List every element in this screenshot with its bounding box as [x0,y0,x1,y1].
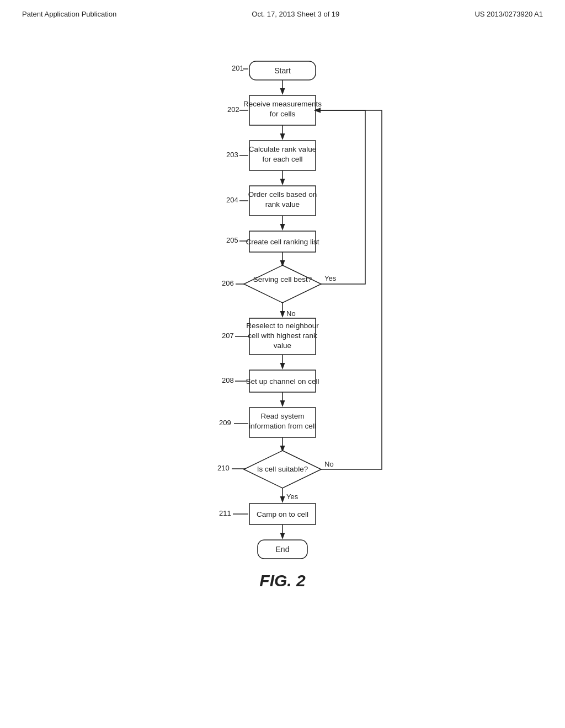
text-202-2: for cells [270,110,296,118]
label-no-210: No [324,460,334,468]
header-left: Patent Application Publication [22,10,116,18]
diagram-container: 201 Start 202 Receive measurements for c… [0,24,565,691]
label-201: 201 [232,64,244,72]
text-206-1: Serving cell best? [253,275,312,283]
arrow-no-210 [316,110,382,469]
label-yes-206: Yes [324,274,337,282]
label-yes-210: Yes [286,493,299,501]
diamond-206 [244,265,321,303]
text-205: Create cell ranking list [246,238,319,246]
text-203-1: Calculate rank value [249,145,316,153]
label-203: 203 [226,151,238,159]
figure-label: FIG. 2 [259,571,306,590]
text-209-1: Read system [261,412,305,420]
text-209-2: information from cell [249,422,316,430]
text-202-1: Receive measurements [243,100,322,108]
text-start: Start [274,66,291,75]
label-206: 206 [222,279,234,287]
text-204-2: rank value [265,200,300,208]
arrow-yes-206 [316,110,365,284]
label-207: 207 [222,331,234,340]
text-203-2: for each cell [263,155,303,163]
page-header: Patent Application Publication Oct. 17, … [0,0,565,24]
text-207-3: value [274,341,291,350]
label-202: 202 [227,105,239,114]
label-205: 205 [226,236,238,244]
label-204: 204 [226,196,238,204]
text-208: Set up channel on cell [246,377,319,386]
text-end: End [276,545,290,554]
text-207-1: Reselect to neighbour [246,322,319,330]
label-no-206: No [286,309,296,318]
header-right: US 2013/0273920 A1 [475,10,543,18]
text-211: Camp on to cell [257,510,308,518]
header-center: Oct. 17, 2013 Sheet 3 of 19 [252,10,339,18]
label-210: 210 [217,464,230,472]
label-211: 211 [219,509,231,517]
text-210: Is cell suitable? [257,465,308,473]
label-208: 208 [222,376,234,384]
flowchart-svg: 201 Start 202 Receive measurements for c… [95,40,470,691]
text-207-2: cell with highest rank [248,331,317,340]
label-209: 209 [219,419,231,427]
text-204-1: Order cells based on [248,190,317,199]
